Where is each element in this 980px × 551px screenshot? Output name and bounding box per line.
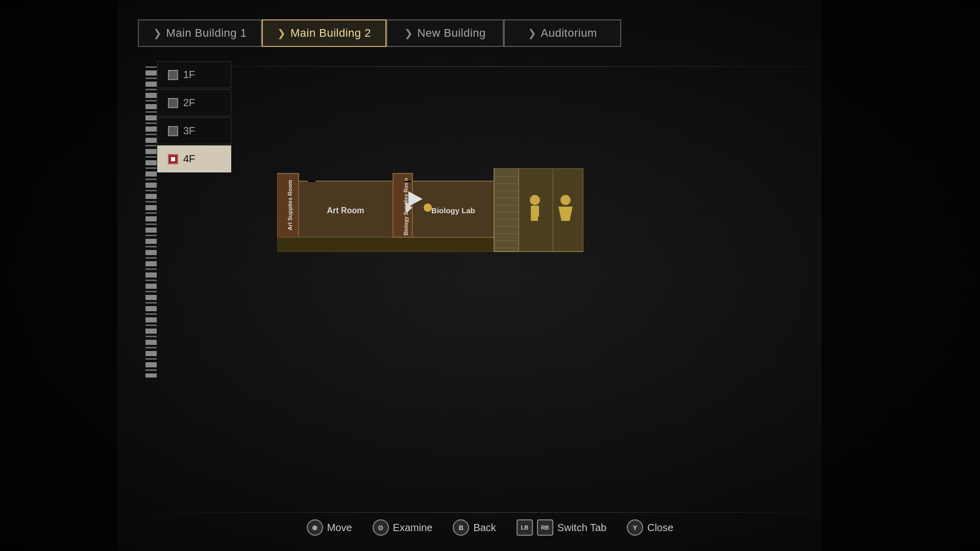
move-label: Move — [327, 522, 352, 534]
examine-label: Examine — [393, 522, 433, 534]
building-tab-bar: ❯ Main Building 1 ❯ Main Building 2 ❯ Ne… — [138, 19, 621, 47]
floor-icon-4f — [168, 154, 178, 164]
move-button-icon: ⊕ — [307, 519, 323, 536]
tab-new-building[interactable]: ❯ New Building — [386, 19, 504, 47]
control-move: ⊕ Move — [307, 519, 352, 536]
chevron-icon: ❯ — [277, 27, 286, 39]
floor-icon-2f — [168, 98, 178, 108]
divider-bottom — [117, 512, 863, 513]
floor-icon-3f — [168, 126, 178, 136]
control-switch-tab: LB RB Switch Tab — [517, 519, 606, 536]
svg-text:Art Supplies Room: Art Supplies Room — [287, 180, 293, 230]
svg-rect-34 — [405, 181, 411, 182]
back-button-icon: B — [453, 519, 469, 536]
tab-label: Auditorium — [541, 27, 597, 40]
svg-point-25 — [530, 195, 540, 205]
floor-1f[interactable]: 1F — [157, 61, 231, 88]
floor-plan-svg: Art Supplies Room Art Room Biology Suppl… — [277, 168, 583, 255]
tab-main-building-1[interactable]: ❯ Main Building 1 — [138, 19, 262, 47]
control-back: B Back — [453, 519, 496, 536]
floor-label: 4F — [183, 153, 195, 165]
tab-label: New Building — [417, 27, 485, 40]
back-label: Back — [473, 522, 496, 534]
control-examine: ⊙ Examine — [373, 519, 433, 536]
svg-rect-4 — [277, 237, 504, 252]
floor-icon-1f — [168, 70, 178, 80]
tab-label: Main Building 2 — [290, 27, 371, 40]
chevron-icon: ❯ — [404, 27, 413, 39]
tab-label: Main Building 1 — [166, 27, 247, 40]
svg-text:Biology Lab: Biology Lab — [431, 206, 475, 215]
chevron-icon: ❯ — [528, 27, 537, 39]
floor-label: 2F — [183, 97, 195, 109]
examine-button-icon: ⊙ — [373, 519, 389, 536]
tab-auditorium[interactable]: ❯ Auditorium — [504, 19, 621, 47]
chevron-icon: ❯ — [153, 27, 162, 39]
close-button-icon: Y — [627, 519, 643, 536]
side-panel-left — [0, 0, 117, 551]
svg-point-29 — [560, 195, 571, 205]
floor-label: 1F — [183, 69, 195, 81]
switch-tab-label: Switch Tab — [557, 522, 606, 534]
floor-plan: Art Supplies Room Art Room Biology Suppl… — [277, 168, 583, 255]
svg-rect-28 — [534, 206, 538, 221]
svg-rect-33 — [308, 181, 315, 182]
svg-rect-9 — [494, 168, 519, 252]
floor-list: 1F 2F 3F 4F — [157, 61, 231, 173]
map-cursor-arrow — [408, 191, 423, 207]
floor-3f[interactable]: 3F — [157, 117, 231, 144]
svg-text:Art Room: Art Room — [327, 206, 364, 215]
rb-button-icon: RB — [537, 519, 553, 536]
control-bar: ⊕ Move ⊙ Examine B Back LB RB Switch Tab… — [0, 519, 980, 536]
control-close: Y Close — [627, 519, 673, 536]
floor-4f[interactable]: 4F — [157, 145, 231, 172]
floor-label: 3F — [183, 125, 195, 137]
svg-point-32 — [424, 204, 432, 212]
side-panel-right — [822, 0, 980, 551]
svg-rect-27 — [531, 206, 534, 221]
lb-button-icon: LB — [517, 519, 533, 536]
close-label: Close — [647, 522, 673, 534]
floor-2f[interactable]: 2F — [157, 89, 231, 116]
tab-main-building-2[interactable]: ❯ Main Building 2 — [262, 19, 386, 47]
spiral-decoration — [145, 66, 157, 378]
